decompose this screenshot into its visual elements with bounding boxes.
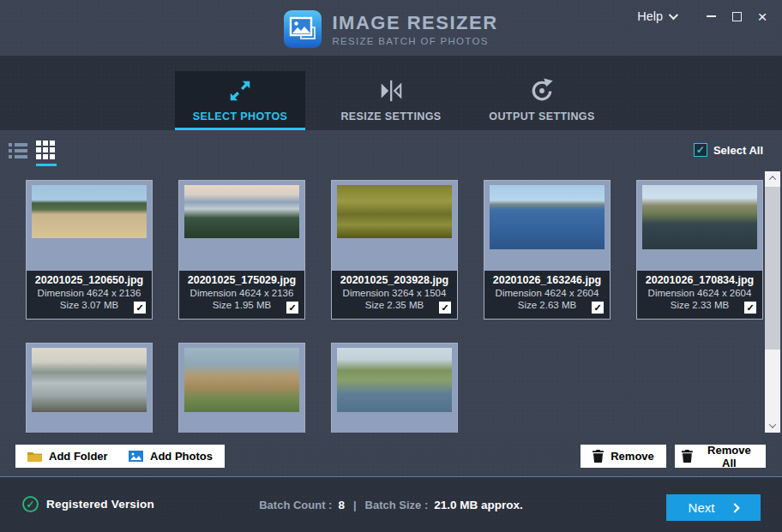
photo-checkbox[interactable]: ✓ — [439, 302, 451, 314]
select-all-checkbox[interactable]: ✓ — [694, 143, 707, 157]
photo-dimension: Dimension 3264 x 1504 — [332, 288, 457, 298]
batch-separator: | — [351, 499, 359, 511]
circular-arrow-icon — [529, 78, 555, 104]
photo-info: 20201025_175029.jpgDimension 4624 x 2136… — [179, 271, 304, 319]
minimize-button[interactable] — [698, 6, 724, 27]
photo-info: 20201026_170834.jpgDimension 4624 x 2604… — [637, 271, 762, 319]
registered-version: ✓ Registered Version — [22, 496, 154, 512]
green-check-icon: ✓ — [22, 496, 39, 512]
photo-card[interactable]: 20201026_170834.jpgDimension 4624 x 2604… — [636, 180, 763, 320]
select-all-label: Select All — [713, 144, 763, 157]
photo-card[interactable]: 20201025_175029.jpgDimension 4624 x 2136… — [178, 180, 305, 320]
batch-count-label: Batch Count : — [259, 499, 332, 511]
photo-thumbnail-frame — [484, 181, 610, 271]
photo-checkbox[interactable]: ✓ — [744, 302, 756, 314]
photo-dimension: Dimension 4624 x 2136 — [27, 288, 152, 298]
scroll-up-button[interactable] — [765, 171, 780, 185]
vertical-scrollbar[interactable] — [765, 171, 780, 433]
chevron-right-icon — [731, 503, 740, 512]
photo-filename: 20201025_175029.jpg — [179, 274, 304, 286]
photo-checkbox[interactable]: ✓ — [286, 302, 298, 314]
photo-thumbnail — [184, 185, 299, 238]
photo-info: 20201026_163246.jpgDimension 4624 x 2604… — [484, 271, 610, 319]
photo-thumbnail — [337, 185, 452, 238]
tab-output-settings[interactable]: OUTPUT SETTINGS — [477, 71, 607, 130]
help-label: Help — [637, 9, 663, 23]
grid-view-icon[interactable] — [36, 140, 57, 166]
remove-all-label: Remove All — [700, 444, 759, 469]
actions-toolbar: Add Folder Add Photos Remove Remove All — [0, 433, 782, 476]
app-title: IMAGE RESIZER — [332, 12, 497, 34]
photo-checkbox[interactable]: ✓ — [134, 302, 146, 314]
scroll-down-button[interactable] — [765, 419, 780, 433]
photo-thumbnail-frame — [332, 344, 457, 433]
photo-dimension: Dimension 4624 x 2604 — [637, 288, 762, 298]
photo-checkbox[interactable]: ✓ — [592, 302, 604, 314]
close-button[interactable]: × — [749, 6, 775, 27]
batch-size-label: Batch Size : — [365, 499, 429, 511]
status-bar: ✓ Registered Version Batch Count : 8 | B… — [0, 477, 782, 532]
photo-grid-area: 20201025_120650.jpgDimension 4624 x 2136… — [0, 171, 782, 433]
photo-card[interactable] — [331, 343, 458, 433]
photo-card[interactable] — [178, 343, 305, 433]
help-menu[interactable]: Help — [637, 9, 676, 23]
app-brand: IMAGE RESIZER RESIZE BATCH OF PHOTOS — [284, 10, 497, 48]
add-folder-button[interactable]: Add Folder — [15, 445, 120, 468]
photo-thumbnail — [184, 348, 299, 412]
photo-card[interactable] — [26, 343, 153, 433]
photo-thumbnail — [32, 185, 147, 238]
select-all-control[interactable]: ✓ Select All — [694, 143, 763, 157]
batch-size-value: 21.0 MB approx. — [434, 499, 523, 511]
photo-card[interactable]: 20201025_120650.jpgDimension 4624 x 2136… — [26, 180, 153, 320]
view-options-bar: ✓ Select All — [0, 130, 782, 171]
batch-count-value: 8 — [338, 499, 345, 511]
minimize-icon — [707, 15, 716, 17]
chevron-down-icon — [669, 10, 678, 20]
photo-info: 20201025_203928.jpgDimension 3264 x 1504… — [332, 271, 457, 319]
maximize-button[interactable] — [724, 6, 749, 27]
add-folder-label: Add Folder — [49, 450, 108, 463]
diagonal-expand-arrows-icon — [227, 78, 253, 104]
tab-select-photos[interactable]: SELECT PHOTOS — [175, 71, 305, 130]
photo-filename: 20201026_170834.jpg — [637, 274, 762, 286]
registered-label: Registered Version — [46, 498, 154, 511]
photo-thumbnail — [337, 348, 452, 412]
photo-icon — [129, 451, 143, 462]
tab-strip: SELECT PHOTOS RESIZE SETTINGS OUTPUT SET… — [0, 56, 782, 130]
tab-label: SELECT PHOTOS — [193, 111, 288, 123]
photo-thumbnail — [642, 185, 757, 249]
add-photos-button[interactable]: Add Photos — [117, 445, 225, 468]
active-view-indicator — [36, 164, 57, 166]
chevron-down-icon — [769, 421, 776, 427]
photo-card[interactable]: 20201026_163246.jpgDimension 4624 x 2604… — [484, 180, 611, 320]
photo-dimension: Dimension 4624 x 2604 — [484, 288, 610, 298]
photo-card[interactable]: 20201025_203928.jpgDimension 3264 x 1504… — [331, 180, 458, 320]
photo-grid: 20201025_120650.jpgDimension 4624 x 2136… — [0, 171, 763, 433]
tab-label: OUTPUT SETTINGS — [489, 111, 594, 123]
close-icon: × — [757, 9, 767, 25]
add-photos-label: Add Photos — [150, 450, 213, 463]
photo-thumbnail-frame — [637, 181, 762, 271]
flip-horizontal-icon — [378, 78, 404, 104]
tab-label: RESIZE SETTINGS — [340, 111, 441, 123]
tab-resize-settings[interactable]: RESIZE SETTINGS — [326, 71, 456, 130]
photo-thumbnail — [490, 185, 605, 249]
next-button[interactable]: Next — [666, 494, 761, 521]
photo-filename: 20201025_203928.jpg — [332, 274, 457, 286]
photo-thumbnail-frame — [179, 181, 304, 271]
scrollbar-thumb[interactable] — [765, 187, 780, 350]
next-label: Next — [689, 500, 715, 515]
photo-filename: 20201026_163246.jpg — [484, 274, 610, 286]
app-subtitle: RESIZE BATCH OF PHOTOS — [332, 36, 497, 46]
title-bar: IMAGE RESIZER RESIZE BATCH OF PHOTOS Hel… — [0, 0, 782, 56]
remove-all-button[interactable]: Remove All — [675, 445, 766, 468]
photo-filename: 20201025_120650.jpg — [27, 274, 152, 286]
batch-summary: Batch Count : 8 | Batch Size : 21.0 MB a… — [259, 499, 523, 511]
photo-thumbnail-frame — [179, 344, 304, 433]
folder-icon — [27, 451, 42, 462]
list-view-icon[interactable] — [9, 143, 29, 158]
trash-icon — [593, 450, 604, 463]
remove-button[interactable]: Remove — [580, 445, 666, 468]
chevron-up-icon — [769, 176, 776, 182]
photo-thumbnail-frame — [27, 344, 152, 433]
